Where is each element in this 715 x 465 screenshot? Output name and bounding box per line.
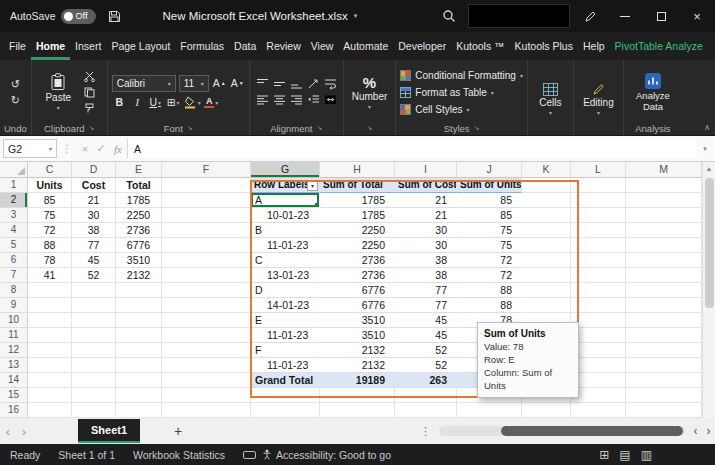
cell-E16[interactable] <box>116 403 162 418</box>
row-header-12[interactable]: 12 <box>0 343 28 358</box>
styles-launcher-icon[interactable]: ↘ <box>474 124 480 132</box>
cell-K7[interactable] <box>522 268 571 283</box>
status-workbook-statistics[interactable]: Workbook Statistics <box>133 449 225 461</box>
font-size-combo[interactable]: 11▾ <box>179 75 209 92</box>
number-format-button[interactable]: % Number ▾ <box>348 75 392 110</box>
underline-button[interactable]: U▾ <box>148 95 163 110</box>
cell-E15[interactable] <box>116 388 162 403</box>
cell-H16[interactable] <box>320 403 395 418</box>
cell-F1[interactable] <box>162 178 251 193</box>
cell-I13[interactable]: 52 <box>395 358 457 373</box>
font-name-combo[interactable]: Calibri▾ <box>112 75 176 92</box>
cell-M5[interactable] <box>626 238 702 253</box>
cell-L14[interactable] <box>571 373 626 388</box>
cell-H10[interactable]: 3510 <box>320 313 395 328</box>
sheet-nav-left-icon[interactable]: ‹ <box>0 424 16 439</box>
cell-M16[interactable] <box>626 403 702 418</box>
cell-F8[interactable] <box>162 283 251 298</box>
cell-E10[interactable] <box>116 313 162 328</box>
cell-L15[interactable] <box>571 388 626 403</box>
cell-C2[interactable]: 85 <box>28 193 72 208</box>
borders-button[interactable]: ⊞▾ <box>166 95 181 110</box>
cell-G4[interactable]: B <box>251 223 320 238</box>
cell-F3[interactable] <box>162 208 251 223</box>
cell-D3[interactable]: 30 <box>72 208 116 223</box>
cell-I11[interactable]: 45 <box>395 328 457 343</box>
cell-E4[interactable]: 2736 <box>116 223 162 238</box>
cell-M1[interactable] <box>626 178 702 193</box>
cell-H3[interactable]: 1785 <box>320 208 395 223</box>
cell-D13[interactable] <box>72 358 116 373</box>
cell-K2[interactable] <box>522 193 571 208</box>
cell-G7[interactable]: 13-01-23 <box>251 268 320 283</box>
wrap-text-button[interactable] <box>322 77 339 91</box>
cell-G6[interactable]: C <box>251 253 320 268</box>
cell-M14[interactable] <box>626 373 702 388</box>
cell-D1[interactable]: Cost <box>72 178 116 193</box>
align-top-button[interactable] <box>254 77 271 91</box>
cell-G11[interactable]: 11-01-23 <box>251 328 320 343</box>
number-launcher-icon[interactable]: ↘ <box>367 124 373 132</box>
sheet-tab-sheet1[interactable]: Sheet1 <box>78 419 140 443</box>
row-header-5[interactable]: 5 <box>0 238 28 253</box>
horizontal-scroll-thumb[interactable] <box>501 426 683 436</box>
tab-home[interactable]: Home <box>31 32 70 60</box>
column-header-M[interactable]: M <box>626 162 702 178</box>
cell-F2[interactable] <box>162 193 251 208</box>
cell-I2[interactable]: 21 <box>395 193 457 208</box>
format-as-table-button[interactable]: Format as Table ▾ <box>400 84 523 100</box>
tab-help[interactable]: Help <box>578 32 610 60</box>
fill-color-button[interactable]: ▾ <box>184 95 201 110</box>
row-labels-filter-icon[interactable]: ▾ <box>307 180 318 191</box>
cell-F12[interactable] <box>162 343 251 358</box>
cell-J8[interactable]: 88 <box>457 283 522 298</box>
close-button[interactable]: × <box>679 0 715 32</box>
tab-kutools-[interactable]: Kutools ™ <box>451 32 509 60</box>
minimize-button[interactable] <box>607 0 643 32</box>
cell-C16[interactable] <box>28 403 72 418</box>
cell-C11[interactable] <box>28 328 72 343</box>
normal-view-icon[interactable]: ⊞ <box>599 448 609 462</box>
cell-G13[interactable]: 11-01-23 <box>251 358 320 373</box>
cell-G16[interactable] <box>251 403 320 418</box>
editing-button[interactable]: Editing ▾ <box>579 83 618 116</box>
bold-button[interactable]: B <box>112 95 127 110</box>
cell-I8[interactable]: 77 <box>395 283 457 298</box>
cell-L8[interactable] <box>571 283 626 298</box>
cell-styles-button[interactable]: Cell Styles ▾ <box>400 101 523 117</box>
cell-D4[interactable]: 38 <box>72 223 116 238</box>
cell-I1[interactable]: Sum of Cost <box>395 178 457 193</box>
cell-F5[interactable] <box>162 238 251 253</box>
cell-F6[interactable] <box>162 253 251 268</box>
cell-D8[interactable] <box>72 283 116 298</box>
cell-F7[interactable] <box>162 268 251 283</box>
align-bottom-button[interactable] <box>288 77 305 91</box>
tab-data[interactable]: Data <box>229 32 261 60</box>
align-right-button[interactable] <box>288 93 305 107</box>
row-header-11[interactable]: 11 <box>0 328 28 343</box>
cell-G10[interactable]: E <box>251 313 320 328</box>
name-box[interactable]: G2 ▾ <box>3 139 57 158</box>
cell-E1[interactable]: Total <box>116 178 162 193</box>
cell-I14[interactable]: 263 <box>395 373 457 388</box>
cell-E9[interactable] <box>116 298 162 313</box>
decrease-indent-button[interactable] <box>305 93 322 107</box>
cell-F11[interactable] <box>162 328 251 343</box>
cell-L10[interactable] <box>571 313 626 328</box>
cell-M9[interactable] <box>626 298 702 313</box>
cell-G14[interactable]: Grand Total <box>251 373 320 388</box>
cell-I12[interactable]: 52 <box>395 343 457 358</box>
cell-K6[interactable] <box>522 253 571 268</box>
cells-button[interactable]: Cells ▾ <box>535 83 565 116</box>
cell-G2[interactable]: A <box>251 193 320 208</box>
ink-pen-icon[interactable] <box>584 10 597 23</box>
row-header-1[interactable]: 1 <box>0 178 28 193</box>
increase-font-button[interactable]: A▲ <box>212 76 227 91</box>
clipboard-launcher-icon[interactable]: ↘ <box>89 124 95 132</box>
cell-I7[interactable]: 38 <box>395 268 457 283</box>
column-header-H[interactable]: H <box>320 162 395 178</box>
paste-button[interactable]: Paste ▾ <box>41 73 75 111</box>
cell-J9[interactable]: 88 <box>457 298 522 313</box>
tab-insert[interactable]: Insert <box>70 32 106 60</box>
vertical-scroll-thumb[interactable] <box>705 178 714 308</box>
